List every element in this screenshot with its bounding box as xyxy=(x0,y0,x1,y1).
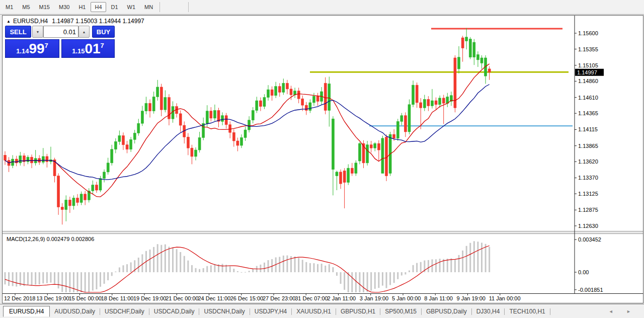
macd-bar xyxy=(249,271,250,272)
macd-bar xyxy=(428,260,429,272)
macd-bar xyxy=(351,272,353,292)
candle xyxy=(396,119,399,141)
y-axis-label: 1.14860 xyxy=(578,78,598,84)
macd-bar xyxy=(130,262,132,272)
x-axis-label: 24 Dec 11:00 xyxy=(198,295,231,301)
macd-bar xyxy=(210,265,212,272)
macd-bar xyxy=(336,272,338,276)
candle xyxy=(454,55,456,112)
macd-bar xyxy=(252,269,254,272)
macd-bar xyxy=(180,252,181,272)
macd-bar xyxy=(35,272,36,285)
symbol-arrow-icon: ▲ xyxy=(7,19,11,24)
sell-price-button[interactable]: 1.14997 xyxy=(5,39,59,58)
macd-bar xyxy=(69,272,70,292)
macd-bar xyxy=(313,263,314,272)
macd-axis-label: -0.001851 xyxy=(578,287,603,293)
buy-button[interactable]: BUY xyxy=(92,26,115,38)
chart-ohlc-values: 1.14987 1.15003 1.14944 1.14997 xyxy=(52,18,144,25)
macd-bar xyxy=(450,258,452,272)
x-axis-label: 15 Dec 00:00 xyxy=(69,295,102,301)
x-axis-label: 9 Jan 19:00 xyxy=(457,295,486,301)
spinner-down-icon: ▼ xyxy=(36,30,40,34)
macd-bar xyxy=(469,243,471,272)
y-axis-label: 1.12875 xyxy=(578,207,598,213)
macd-bar xyxy=(409,270,410,272)
macd-bar xyxy=(264,263,265,272)
macd-bar xyxy=(199,269,200,272)
macd-bar xyxy=(50,272,51,283)
macd-bar xyxy=(46,272,48,283)
x-axis-label: 18 Dec 11:00 xyxy=(101,295,134,301)
buy-price-main: 01 xyxy=(85,41,100,56)
macd-bar xyxy=(195,268,197,272)
macd-bar xyxy=(294,257,296,272)
macd-bar xyxy=(413,265,414,272)
x-axis-label: 2 Jan 11:00 xyxy=(328,295,356,301)
spinner-up-icon: ▲ xyxy=(83,30,86,34)
macd-bar xyxy=(8,272,10,286)
macd-bar xyxy=(153,247,154,272)
macd-bar xyxy=(454,260,456,272)
macd-bar xyxy=(191,265,193,272)
macd-bar xyxy=(39,272,40,284)
one-click-trade-panel: SELL ▼ ▲ BUY 1.14997 1.15017 xyxy=(5,26,115,58)
y-axis-label: 1.14115 xyxy=(578,126,598,132)
lot-size-input[interactable] xyxy=(43,26,78,38)
macd-bar xyxy=(104,272,105,284)
macd-bar xyxy=(477,242,478,272)
macd-bar xyxy=(268,260,269,272)
macd-bar xyxy=(416,263,418,272)
y-axis-label: 1.15105 xyxy=(578,62,598,68)
macd-bar xyxy=(157,244,158,272)
macd-bar xyxy=(100,272,101,287)
macd-bar xyxy=(317,264,318,272)
macd-bar xyxy=(92,272,94,291)
macd-bar xyxy=(149,250,151,272)
macd-bar xyxy=(447,259,448,272)
macd-bar xyxy=(73,272,74,292)
sell-price-prefix: 1.14 xyxy=(16,47,29,55)
x-axis-label: 21 Dec 00:00 xyxy=(166,295,198,301)
macd-bar xyxy=(462,251,463,272)
macd-bar xyxy=(77,272,78,292)
y-axis-label: 1.12630 xyxy=(578,223,598,229)
macd-bar xyxy=(389,272,391,285)
candle xyxy=(358,142,361,165)
macd-bar xyxy=(122,265,124,272)
macd-bar xyxy=(27,272,29,285)
lot-increase-button[interactable]: ▲ xyxy=(78,26,90,38)
macd-bar xyxy=(473,241,475,272)
macd-bar xyxy=(138,258,139,272)
macd-bar xyxy=(165,245,166,272)
macd-bar xyxy=(107,272,109,280)
macd-bar xyxy=(237,271,238,272)
y-axis-label: 1.14365 xyxy=(578,110,598,116)
macd-bar xyxy=(382,272,383,286)
macd-bar xyxy=(214,264,215,272)
macd-bar xyxy=(184,256,185,272)
macd-bar xyxy=(420,262,422,272)
macd-bar xyxy=(359,272,360,292)
macd-bar xyxy=(309,263,311,272)
buy-price-pipette: 7 xyxy=(101,42,104,49)
macd-bar xyxy=(439,259,441,272)
x-axis-label: 26 Dec 15:00 xyxy=(230,295,263,301)
x-axis-label: 11 Jan 00:00 xyxy=(489,295,521,301)
macd-bar xyxy=(168,247,170,272)
y-axis-label: 1.14610 xyxy=(578,95,598,101)
macd-bar xyxy=(16,272,17,287)
macd-bar xyxy=(348,272,349,292)
lot-decrease-button[interactable]: ▼ xyxy=(32,26,43,38)
macd-bar xyxy=(111,272,113,276)
x-axis-label: 8 Jan 11:00 xyxy=(424,295,453,301)
sell-button[interactable]: SELL xyxy=(5,26,31,38)
macd-bar xyxy=(229,266,231,272)
macd-bar xyxy=(279,257,280,272)
macd-bar xyxy=(260,265,261,272)
macd-bar xyxy=(386,272,387,288)
macd-bar xyxy=(321,264,323,272)
x-axis-label: 27 Dec 23:00 xyxy=(263,295,295,301)
buy-price-button[interactable]: 1.15017 xyxy=(61,39,115,58)
x-axis-label: 12 Dec 2018 xyxy=(4,295,35,301)
